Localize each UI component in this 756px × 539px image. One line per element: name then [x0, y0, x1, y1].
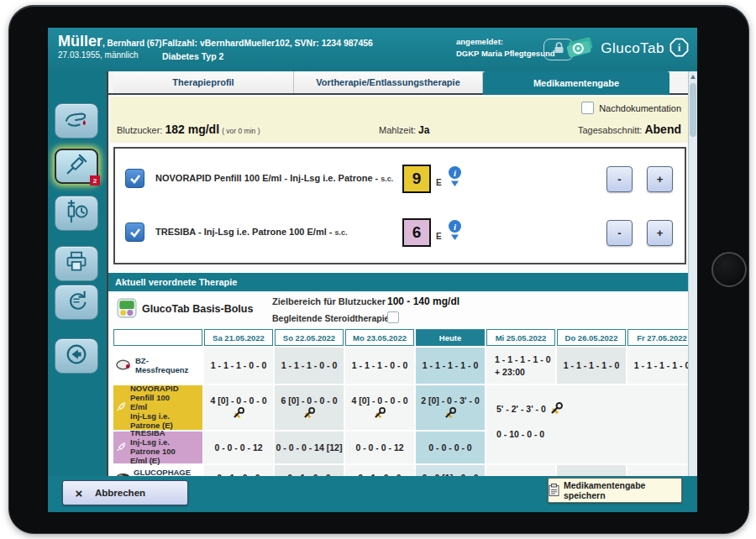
- sidebar-medication-button[interactable]: 2: [55, 149, 98, 184]
- nachdokumentation-label: Nachdokumentation: [599, 103, 681, 113]
- tresiba-minus-button[interactable]: -: [606, 220, 633, 246]
- bz-cell-mi: 1 - 1 - 1 - 1 - 0 + 23:00: [486, 348, 555, 384]
- novorapid-sa-value: 4 [0] - 0 - 0 - 0: [210, 395, 266, 406]
- blutzucker-value: 182 mg/dl: [165, 123, 219, 136]
- bolus-calculator-icon: [304, 407, 315, 421]
- patient-birth-line: 27.03.1955, männlich: [58, 50, 162, 60]
- sidebar-back-button[interactable]: [55, 338, 98, 374]
- lock-icon: [554, 42, 564, 57]
- target-range-label: Zielbereich für Blutzucker: [272, 296, 386, 306]
- refresh-icon: [64, 289, 89, 316]
- steroid-therapy-label: Begleitende Steroidtherapie: [272, 313, 389, 323]
- medication-count-badge: 2: [90, 175, 100, 186]
- save-document-icon: [549, 484, 559, 498]
- app-info-icon[interactable]: i: [669, 38, 689, 60]
- patient-header: Müller, Bernhard (67) 27.03.1955, männli…: [48, 28, 697, 71]
- glucophage-cell-fr: [627, 465, 696, 476]
- col-header-so: So 22.05.2022: [275, 329, 344, 346]
- novorapid-row-label-text: NOVORAPID Penfill 100 E/ml Inj-Lsg i.e. …: [130, 385, 200, 431]
- mahlzeit-status: Mahlzeit: Ja: [379, 124, 429, 136]
- bolus-calculator-icon: [234, 407, 244, 421]
- bz-cell-do: 1 - 1 - 1 - 1 - 0: [557, 348, 626, 384]
- tab-vortherapie[interactable]: Vortherapie/Entlassungstherapie: [294, 71, 483, 93]
- mahlzeit-label: Mahlzeit:: [379, 125, 416, 135]
- novorapid-l1: NOVORAPID Penfill 100: [130, 384, 179, 402]
- tresiba-plus-button[interactable]: +: [647, 220, 673, 246]
- col-header-mi: Mi 25.05.2022: [486, 329, 555, 346]
- tresiba-info-icon[interactable]: i: [448, 220, 462, 245]
- bz-cell-mi-value: 1 - 1 - 1 - 1 - 0: [495, 353, 551, 365]
- sidebar-blood-glucose-button[interactable]: [55, 103, 98, 139]
- tresiba-future-value: 0 - 10 - 0 - 0: [496, 429, 696, 439]
- logged-in-block: angemeldet: DGKP Maria Pflegtgesund: [456, 36, 555, 60]
- tresiba-cell-mo: 0 - 0 - 0 - 12: [345, 432, 414, 463]
- scrollbar-thumb[interactable]: [690, 83, 696, 137]
- patient-last-name: Müller: [58, 33, 102, 50]
- patient-name-block: Müller, Bernhard (67) 27.03.1955, männli…: [58, 33, 162, 60]
- novorapid-plus-button[interactable]: +: [647, 166, 673, 192]
- glucotab-logo-icon: [565, 36, 596, 61]
- bz-label-text: BZ-Messfrequenz: [135, 357, 200, 375]
- medication-row-tresiba: TRESIBA - Inj-Lsg i.e. Patrone 100 E/ml …: [115, 214, 685, 251]
- save-medication-button[interactable]: Medikamentengabe speichern: [548, 478, 682, 503]
- col-header-fr: Fr 27.05.2022: [627, 329, 696, 346]
- app-screen: Müller, Bernhard (67) 27.03.1955, männli…: [48, 28, 697, 512]
- blutzucker-status: Blutzucker: 182 mg/dl ( vor 0 min ): [117, 123, 260, 136]
- syringe-small-icon: [116, 400, 127, 415]
- svg-text:i: i: [678, 42, 681, 52]
- tablet-home-button[interactable]: [711, 252, 747, 287]
- tagesabschnitt-status: Tagesabschnitt: Abend: [578, 123, 681, 136]
- glucotab-therapy-icon: [117, 298, 137, 322]
- tresiba-cell-sa: 0 - 0 - 0 - 12: [204, 432, 273, 463]
- bolus-calculator-icon: [445, 407, 456, 421]
- novorapid-minus-button[interactable]: -: [606, 166, 633, 192]
- medication-row-novorapid: NOVORAPID Penfill 100 E/ml - Inj-Lsg i.e…: [115, 160, 685, 197]
- patient-first-name-age: , Bernhard (67): [102, 39, 162, 48]
- tab-medikamentengabe[interactable]: Medikamentengabe: [483, 71, 669, 95]
- logged-in-user: DGKP Maria Pflegtgesund: [456, 48, 555, 60]
- row-label-tresiba: TRESIBA Inj-Lsg i.e. Patrone 100 E/ml (E…: [113, 432, 202, 463]
- syringe-small-icon: [116, 441, 127, 455]
- glucophage-cell-do: [557, 465, 626, 476]
- cancel-button[interactable]: × Abbrechen: [62, 480, 188, 505]
- table-corner-cell: [113, 329, 202, 346]
- novorapid-heute-value: 2 [0] - 0 - 3' - 0: [421, 395, 480, 406]
- novorapid-cell-heute: 2 [0] - 0 - 3' - 0: [416, 385, 485, 430]
- sidebar-print-button[interactable]: [55, 246, 98, 281]
- nachdokumentation-checkbox[interactable]: [581, 102, 594, 114]
- case-info-block: Fallzahl: vBernhardMueller102, SVNr: 123…: [162, 37, 373, 64]
- tresiba-checkbox[interactable]: [125, 222, 144, 242]
- app-logo: GlucoTab i: [565, 36, 689, 61]
- sidebar-insulin-schedule-button[interactable]: [55, 196, 98, 231]
- tresiba-dose-field[interactable]: 6: [402, 218, 431, 247]
- novorapid-l3: Inj-Lsg i.e. Patrone (E): [130, 411, 173, 430]
- printer-icon: [64, 250, 89, 277]
- mahlzeit-value: Ja: [418, 124, 429, 136]
- glucometer-icon: [116, 359, 132, 373]
- tab-therapieprofil[interactable]: Therapieprofil: [113, 71, 294, 93]
- novorapid-route: s.c.: [381, 175, 393, 183]
- tresiba-l1: TRESIBA: [130, 428, 165, 437]
- app-name: GlucoTab: [601, 40, 664, 57]
- novorapid-dose-field[interactable]: 9: [402, 165, 431, 193]
- save-button-label: Medikamentengabe speichern: [564, 480, 681, 500]
- novorapid-future-value: 5' - 2' - 3' - 0: [496, 404, 546, 414]
- scroll-up-arrow-icon[interactable]: [689, 71, 697, 81]
- col-header-mo: Mo 23.05.2022: [345, 329, 414, 346]
- page: Müller, Bernhard (67) 27.03.1955, männli…: [0, 0, 756, 539]
- vertical-scrollbar[interactable]: [688, 71, 697, 476]
- steroid-therapy-checkbox[interactable]: [387, 311, 399, 323]
- blutzucker-label: Blutzucker:: [117, 125, 162, 135]
- tresiba-row-label-text: TRESIBA Inj-Lsg i.e. Patrone 100 E/ml (E…: [130, 429, 200, 466]
- tab-bar: Therapieprofil Vortherapie/Entlassungsth…: [108, 71, 697, 95]
- bz-cell-mi-extra: + 23:00: [495, 366, 525, 378]
- novorapid-info-icon[interactable]: i: [448, 166, 462, 191]
- blood-glucose-icon: [63, 108, 90, 133]
- novorapid-checkbox[interactable]: [125, 169, 144, 188]
- col-header-heute: Heute: [416, 329, 485, 346]
- tresiba-cell-so: 0 - 0 - 0 - 14 [12]: [275, 432, 344, 463]
- sidebar-refresh-button[interactable]: [55, 285, 98, 320]
- row-label-novorapid: NOVORAPID Penfill 100 E/ml Inj-Lsg i.e. …: [113, 385, 202, 430]
- case-number-line: Fallzahl: vBernhardMueller102, SVNr: 123…: [162, 37, 373, 50]
- tresiba-name-text: TRESIBA - Inj-Lsg i.e. Patrone 100 E/ml …: [155, 227, 332, 237]
